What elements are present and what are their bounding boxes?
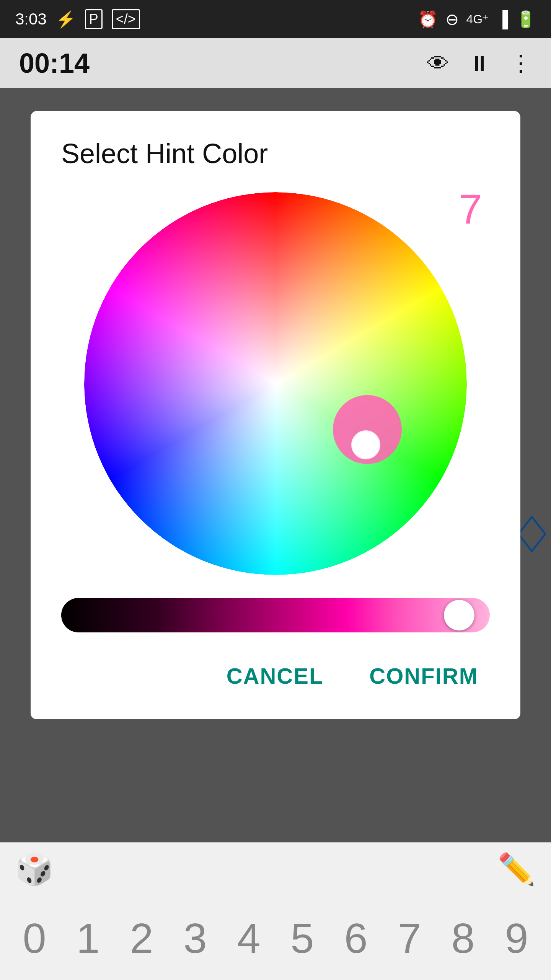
status-left: 3:03 ⚡ P </> — [15, 9, 140, 29]
color-slider[interactable] — [61, 598, 490, 632]
num-1: 1 — [76, 914, 99, 962]
more-icon[interactable]: ⋮ — [510, 50, 532, 76]
minus-circle-icon: ⊖ — [445, 10, 459, 29]
svg-point-4 — [352, 431, 380, 459]
parking-icon: P — [85, 9, 103, 29]
eye-icon[interactable]: 👁 — [427, 51, 449, 76]
usb-icon: ⚡ — [56, 10, 76, 29]
num-5: 5 — [290, 914, 314, 962]
num-8: 8 — [451, 914, 474, 962]
status-right: ⏰ ⊖ 4G⁺ ▐ 🔋 — [418, 10, 536, 29]
num-2: 2 — [130, 914, 153, 962]
battery-icon: 🔋 — [516, 10, 536, 29]
color-wheel-container[interactable]: 7 — [61, 192, 490, 575]
cancel-button[interactable]: CANCEL — [215, 655, 335, 696]
signal-bars-icon: ▐ — [497, 10, 508, 28]
num-6: 6 — [344, 914, 367, 962]
num-0: 0 — [23, 914, 46, 962]
svg-point-2 — [84, 192, 467, 575]
slider-thumb[interactable] — [444, 600, 474, 630]
color-wheel[interactable] — [84, 192, 467, 575]
number-badge: 7 — [459, 185, 482, 233]
timer-display: 00:14 — [19, 47, 412, 79]
code-icon: </> — [112, 9, 140, 29]
dialog-buttons: CANCEL CONFIRM — [61, 655, 490, 696]
dialog-title: Select Hint Color — [61, 138, 490, 169]
slider-section[interactable] — [61, 598, 490, 632]
status-bar: 3:03 ⚡ P </> ⏰ ⊖ 4G⁺ ▐ 🔋 — [0, 0, 551, 38]
num-3: 3 — [183, 914, 207, 962]
num-7: 7 — [398, 914, 421, 962]
pause-icon[interactable]: ⏸ — [468, 51, 491, 76]
toolbar-icons: 👁 ⏸ ⋮ — [427, 50, 532, 76]
dice-icon[interactable]: 🎲 — [15, 851, 54, 887]
color-picker-dialog: Select Hint Color 7 — [31, 111, 520, 719]
pencil-icon[interactable]: ✏️ — [497, 851, 536, 887]
num-4: 4 — [237, 914, 260, 962]
bottom-action-bar: 🎲 ✏️ — [0, 842, 551, 896]
status-time: 3:03 — [15, 10, 47, 28]
signal-4g-icon: 4G⁺ — [466, 12, 489, 26]
app-toolbar: 00:14 👁 ⏸ ⋮ — [0, 38, 551, 88]
num-9: 9 — [505, 914, 528, 962]
alarm-icon: ⏰ — [418, 10, 438, 29]
confirm-button[interactable]: CONFIRM — [358, 655, 490, 696]
background-content: Select Hint Color 7 — [0, 88, 551, 980]
bottom-numbers-row: 0 1 2 3 4 5 6 7 8 9 — [0, 896, 551, 980]
